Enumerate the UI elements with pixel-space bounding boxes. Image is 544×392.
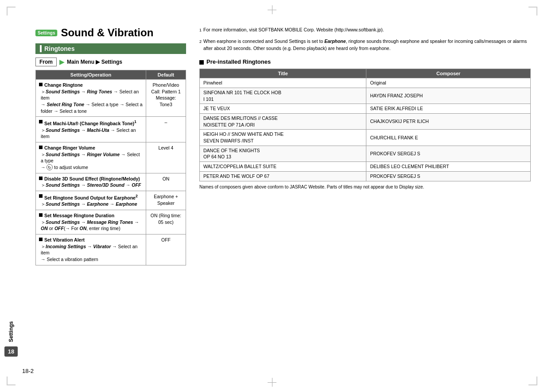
page-number-badge: 18 [4,346,18,357]
footnote-2: 2 When earphone is connected and Sound S… [199,38,531,52]
footnote-text-2: When earphone is connected and Sound Set… [203,38,531,52]
ringtone-title: DANSE DES MIRLITONS // CASSENOISETTE OP … [200,114,366,130]
row-operation: Set Ringtone Sound Output for Earphone2 … [36,191,146,210]
ringtone-composer: HAYDN FRANZ JOSEPH [366,88,531,104]
table-row: Set Vibration Alert ＞Incoming Settings →… [36,234,186,265]
left-sidebar: Settings 18 [0,0,22,392]
row-title-text: Set Message Ringtone Duration [44,212,114,219]
nav-arrow1: ▶ [59,58,64,65]
settings-badge: Settings [35,30,57,36]
preinstalled-header-text: Pre-installed Ringtones [206,58,271,65]
row-sub: ＞Sound Settings → Stereo/3D Sound → OFF [39,182,143,188]
row-title-text: Set Vibration Alert [44,237,85,243]
ringtone-row: DANSE DES MIRLITONS // CASSENOISETTE OP … [200,114,531,130]
ringtone-row: PETER AND THE WOLF OP 67 PROKOFEV SERGEJ… [200,171,531,181]
ringtone-title: WALTZ/COPPELIA BALLET SUITE [200,162,366,172]
row-default: Level 4 [146,142,186,173]
ringtone-row: HEIGH HO // SNOW WHITE AND THESEVEN DWAR… [200,130,531,146]
table-row: Set Machi-Uta® (Change Ringback Tone)1 ＞… [36,117,186,142]
row-operation: Change Ringtone ＞Sound Settings → Ring T… [36,80,146,117]
row-sub: ＞Sound Settings → Earphone → Earphone [39,201,143,208]
row-sub: ＞Sound Settings → Machi-Uta → Select an … [39,127,143,140]
col-header-default: Default [146,70,186,80]
table-row: Disable 3D Sound Effect (Ringtone/Melody… [36,173,186,191]
ringtone-row: Pinwheel Original [200,78,531,88]
ringtone-row: JE TE VEUX SATIE ERIK ALFREDI LE [200,104,531,114]
left-column: Settings Sound & Vibration Ringtones Fro… [35,27,186,374]
row-default: Earphone +Speaker [146,191,186,210]
main-title: Sound & Vibration [61,27,153,39]
page-number-text: 18-2 [22,368,34,374]
header-square [199,60,204,65]
row-default: ON [146,173,186,191]
row-title-text: Set Machi-Uta® (Change Ringback Tone)1 [44,119,136,127]
ringtone-title: SINFONIA NR 101 THE CLOCK HOBI 101 [200,88,366,104]
row-operation: Set Vibration Alert ＞Incoming Settings →… [36,234,146,265]
row-title-text: Disable 3D Sound Effect (Ringtone/Melody… [44,176,140,182]
col-header-operation: Setting/Operation [36,70,146,80]
row-title-text: Change Ringer Volume [44,145,95,151]
row-default: OFF [146,234,186,265]
ringtones-col-composer: Composer [366,69,531,78]
settings-table: Setting/Operation Default Change Rington… [35,70,186,265]
table-row: Change Ringtone ＞Sound Settings → Ring T… [36,80,186,117]
nav-path: Main Menu ▶ Settings [67,59,122,65]
ringtone-row: DANCE OF THE KNIGHTSOP 64 NO 13 PROKOFEV… [200,146,531,161]
row-title-text: Change Ringtone [44,82,83,88]
ringtone-title: Pinwheel [200,78,366,88]
row-default: – [146,117,186,142]
ringtones-note: Names of composers given above conform t… [199,184,531,190]
row-default: ON (Ring time:05 sec) [146,210,186,234]
footnote-num-2: 2 [199,39,202,52]
ringtones-table: Title Composer Pinwheel Original SINFONI… [199,69,531,181]
row-operation: Set Machi-Uta® (Change Ringback Tone)1 ＞… [36,117,146,142]
section-header: Ringtones [35,43,186,54]
from-nav: From ▶ Main Menu ▶ Settings [35,58,186,66]
row-sub: ＞Incoming Settings → Vibrator → Select a… [39,243,143,263]
ringtone-composer: Original [366,78,531,88]
sidebar-settings-label: Settings [8,321,14,342]
ringtone-title: PETER AND THE WOLF OP 67 [200,171,366,181]
ringtone-composer: DELIBES LEO CLEMENT PHILIBERT [366,162,531,172]
row-operation: Set Message Ringtone Duration ＞Sound Set… [36,210,146,234]
ringtone-row: SINFONIA NR 101 THE CLOCK HOBI 101 HAYDN… [200,88,531,104]
ringtone-composer: PROKOFEV SERGEJ S [366,146,531,161]
preinstalled-header-area: Pre-installed Ringtones [199,58,531,65]
section-bar [40,45,42,52]
ringtone-composer: SATIE ERIK ALFREDI LE [366,104,531,114]
footnote-text-1: For more information, visit SOFTBANK MOB… [203,27,384,34]
row-title-text: Set Ringtone Sound Output for Earphone2 [44,193,138,201]
ringtone-title: HEIGH HO // SNOW WHITE AND THESEVEN DWAR… [200,130,366,146]
row-sub: ＞Sound Settings → Message Ring Tones → O… [39,219,143,232]
ringtone-composer: PROKOFEV SERGEJ S [366,171,531,181]
table-row: Set Message Ringtone Duration ＞Sound Set… [36,210,186,234]
ringtone-composer: CHURCHILL FRANK E [366,130,531,146]
row-sub: ＞Sound Settings → Ringer Volume → Select… [39,151,143,171]
from-label: From [35,58,57,66]
footnote-1: 1 For more information, visit SOFTBANK M… [199,27,531,34]
row-operation: Change Ringer Volume ＞Sound Settings → R… [36,142,146,173]
row-default: Phone/VideoCall: Pattern 1Message:Tone3 [146,80,186,117]
page-title-area: Settings Sound & Vibration [35,27,186,39]
footnote-num-1: 1 [199,27,202,34]
ringtone-title: DANCE OF THE KNIGHTSOP 64 NO 13 [200,146,366,161]
ringtone-composer: CHAJKOVSKIJ PETR ILICH [366,114,531,130]
row-sub: ＞Sound Settings → Ring Tones → Select an… [39,88,143,115]
ringtones-col-title: Title [200,69,366,78]
row-operation: Disable 3D Sound Effect (Ringtone/Melody… [36,173,146,191]
ringtone-title: JE TE VEUX [200,104,366,114]
ringtone-row: WALTZ/COPPELIA BALLET SUITE DELIBES LEO … [200,162,531,172]
section-label: Ringtones [44,45,74,52]
right-column: 1 For more information, visit SOFTBANK M… [199,27,531,374]
table-row: Set Ringtone Sound Output for Earphone2 … [36,191,186,210]
table-row: Change Ringer Volume ＞Sound Settings → R… [36,142,186,173]
